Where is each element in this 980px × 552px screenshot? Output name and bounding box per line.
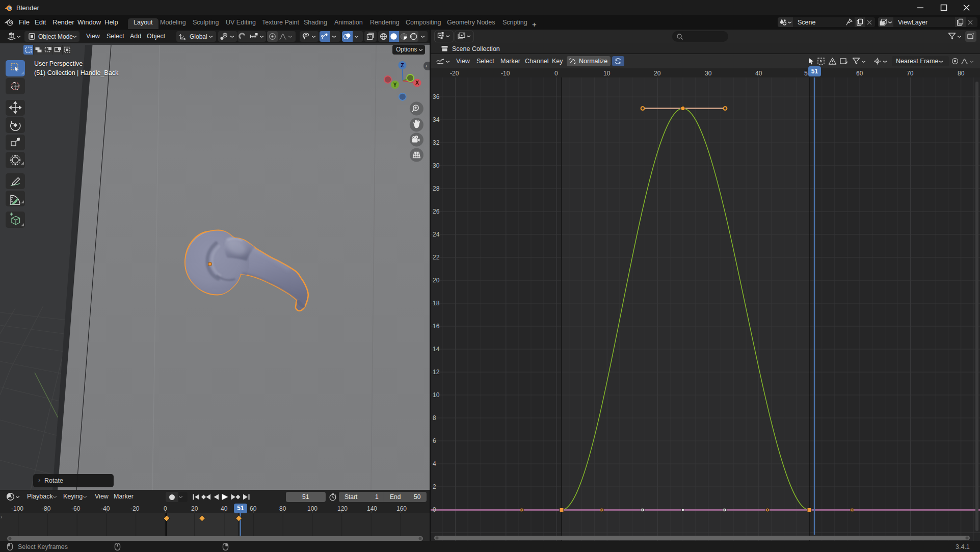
svg-text:8: 8 (433, 414, 436, 422)
svg-text:16: 16 (433, 323, 440, 330)
svg-text:4: 4 (433, 460, 436, 467)
svg-text:18: 18 (433, 300, 440, 307)
svg-text:Y: Y (393, 82, 396, 88)
svg-text:14: 14 (433, 346, 440, 353)
svg-text:6: 6 (433, 437, 436, 444)
svg-text:34: 34 (433, 116, 440, 123)
svg-text:32: 32 (433, 139, 440, 146)
svg-text:28: 28 (433, 185, 440, 192)
svg-text:2: 2 (433, 483, 436, 490)
svg-text:X: X (415, 80, 419, 86)
svg-text:30: 30 (433, 162, 440, 169)
svg-text:26: 26 (433, 208, 440, 215)
svg-text:0: 0 (433, 506, 436, 513)
svg-text:22: 22 (433, 254, 440, 261)
svg-text:24: 24 (433, 231, 440, 238)
svg-text:36: 36 (433, 93, 440, 100)
svg-text:20: 20 (433, 277, 440, 284)
svg-text:12: 12 (433, 369, 440, 376)
svg-text:10: 10 (433, 391, 440, 399)
svg-text:Z: Z (401, 62, 404, 68)
